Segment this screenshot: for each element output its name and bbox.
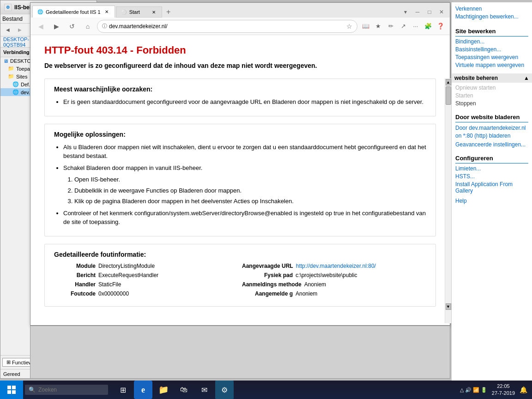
browser-tab-bar: 🌐 Gedetailleerde fout IIS 1 ✕ ⚪ Start ✕ … (30, 3, 450, 18)
tab-favicon: 🌐 (37, 9, 43, 14)
hub-btn[interactable]: ★ (373, 21, 384, 32)
section-configureren: Configureren Limieten... HSTS... Install… (452, 150, 532, 206)
task-view-btn[interactable]: ⊞ (114, 381, 132, 399)
refresh-nav-btn[interactable]: ↺ (66, 20, 79, 33)
address-bar[interactable]: ⓘ ☆ (97, 20, 357, 33)
tab-label-error: Gedetailleerde fout IIS 1 (46, 9, 101, 15)
module-value: DirectoryListingModule (98, 263, 155, 269)
taskbar-time[interactable]: 22:05 27-7-2019 (492, 383, 515, 397)
section-solutions: Mogelijke oplossingen: Als u Bladeren do… (44, 124, 436, 236)
configureren-title: Configureren (455, 155, 528, 163)
machtigingen-link[interactable]: Machtigingen bewerken... (455, 13, 528, 20)
toepassingen-link[interactable]: Toepassingen weergeven (455, 54, 528, 60)
error-subtitle: De webserver is zo geconfigureerd dat de… (44, 62, 436, 69)
iis-taskbar-btn[interactable]: ⚙ (215, 381, 234, 399)
limieten-link[interactable]: Limieten... (455, 165, 528, 172)
maximize-browser[interactable]: □ (424, 6, 435, 18)
breadcrumb-computer: DESKTOP-0QSTB94 (3, 36, 29, 48)
close-browser[interactable]: ✕ (436, 6, 447, 18)
grid-icon: ⊞ (6, 359, 11, 365)
geavanceerde-link[interactable]: Geavanceerde instellingen... (455, 141, 528, 148)
taskbar-search[interactable]: 🔍 (25, 385, 108, 395)
tray-icons: △ 🔊 📶 🔋 (460, 387, 487, 393)
address-input[interactable] (109, 23, 345, 30)
share-btn[interactable]: ↗ (398, 21, 409, 32)
tab-error[interactable]: 🌐 Gedetailleerde fout IIS 1 ✕ (32, 6, 115, 18)
new-tab-button[interactable]: + (162, 6, 175, 18)
help-ext-btn[interactable]: ❓ (435, 21, 446, 32)
ie-icon: e (141, 385, 145, 395)
menu-bestand[interactable]: Bestand (2, 16, 23, 22)
explorer-taskbar-btn[interactable]: 📁 (154, 381, 173, 399)
aangemelde-label: Aangemelde g (242, 290, 293, 297)
step-1: Open IIS-beheer. (74, 175, 426, 184)
website-beheren-header[interactable]: website beheren ▲ (452, 73, 532, 83)
starten-btn: Starten (455, 92, 528, 99)
virtuele-mappen-link[interactable]: Virtuele mappen weergeven (455, 62, 528, 68)
forward-btn[interactable]: ▶ (14, 25, 25, 35)
ie-taskbar-btn[interactable]: e (134, 381, 152, 399)
extensions-btn[interactable]: 🧩 (423, 21, 434, 32)
bladeren-title: Door website bladeren (455, 114, 528, 122)
section-detail: Gedetailleerde foutinformatie: Module Di… (44, 244, 436, 307)
windows-logo-icon (7, 385, 16, 394)
svg-rect-2 (7, 390, 11, 394)
tab-start[interactable]: ⚪ Start ✕ (116, 6, 162, 18)
foutcode-label: Foutcode (54, 290, 96, 297)
svg-rect-0 (7, 386, 11, 389)
hsts-link[interactable]: HSTS... (455, 173, 528, 180)
basisinstellingen-link[interactable]: Basisinstellingen... (455, 46, 528, 53)
more-btn[interactable]: ··· (410, 21, 421, 32)
help-link[interactable]: Help (455, 198, 528, 204)
search-icon: 🔍 (29, 387, 36, 393)
store-taskbar-btn[interactable]: 🛍 (175, 381, 193, 399)
url-value: http://dev.maartendekeizer.nl:80/ (296, 263, 376, 269)
search-input[interactable] (38, 387, 94, 393)
pad-value: c:\projects\website\public (296, 272, 357, 278)
browser-nav: ◀ ▶ ↺ ⌂ ⓘ ☆ 📖 ★ ✏ ↗ ··· 🧩 ❓ (30, 18, 450, 35)
browser-scrollbar[interactable]: ▲ ▼ (445, 79, 451, 323)
minimize-browser[interactable]: ─ (412, 6, 423, 18)
cause-item-1: Er is geen standaarddocument geconfigure… (63, 97, 426, 107)
notification-icon[interactable]: 🔔 (520, 386, 527, 393)
mail-taskbar-btn[interactable]: ✉ (195, 381, 213, 399)
website-beheren-title: website beheren (454, 75, 498, 81)
section-website-beheren: website beheren ▲ Opnieuw starten Starte… (452, 71, 532, 109)
back-nav-btn[interactable]: ◀ (34, 20, 47, 33)
back-btn[interactable]: ◀ (2, 25, 13, 35)
svg-rect-3 (12, 390, 16, 394)
section-causes: Meest waarschijnlijke oorzaken: Er is ge… (44, 79, 436, 116)
bericht-value: ExecuteRequestHandler (98, 272, 158, 278)
note-btn[interactable]: ✏ (385, 21, 396, 32)
favorites-icon[interactable]: ☆ (346, 23, 352, 30)
detail-title: Gedetailleerde foutinformatie: (54, 251, 426, 258)
tab-dropdown-btn[interactable]: ▾ (400, 6, 411, 18)
lower-area (30, 326, 450, 379)
verkennen-link[interactable]: Verkennen (455, 6, 528, 12)
solutions-title: Mogelijke oplossingen: (54, 131, 426, 138)
gallery-link[interactable]: Install Application From Gallery (455, 181, 528, 194)
start-button[interactable] (0, 381, 23, 399)
module-label: Module (54, 263, 96, 269)
section-site-bewerken: Site bewerken Bindingen... Basisinstelli… (452, 23, 532, 71)
causes-title: Meest waarschijnlijke oorzaken: (54, 85, 426, 93)
collapse-icon: ▲ (524, 75, 529, 81)
foutcode-value: 0x00000000 (98, 290, 129, 297)
solution-item-1: Als u Bladeren door mappen niet wilt ins… (63, 143, 426, 161)
bladeren-link[interactable]: Door dev.maartendekeizer.nl on *:80 (htt… (455, 124, 528, 140)
website-beheren-content: Opnieuw starten Starten Stoppen (455, 85, 528, 107)
right-panel: Verkennen Machtigingen bewerken... Site … (451, 2, 532, 381)
aanmelding-label: Aanmeldings methode (242, 281, 302, 288)
tab-close-error[interactable]: ✕ (103, 9, 110, 15)
nav-action-btns: 📖 ★ ✏ ↗ ··· 🧩 ❓ (360, 21, 446, 32)
home-nav-btn[interactable]: ⌂ (81, 20, 94, 33)
reading-view-btn[interactable]: 📖 (360, 21, 371, 32)
step-3: Klik op de pagina Bladeren door mappen i… (74, 197, 426, 206)
stoppen-btn[interactable]: Stoppen (455, 100, 528, 107)
forward-nav-btn[interactable]: ▶ (50, 20, 63, 33)
bindingen-link[interactable]: Bindingen... (455, 38, 528, 45)
tab-close-start[interactable]: ✕ (151, 9, 157, 15)
url-label: Aangevraagde URL (242, 263, 293, 269)
error-title: HTTP-fout 403.14 - Forbidden (44, 44, 436, 56)
detail-col-right: Aangevraagde URL http://dev.maartendekei… (242, 263, 426, 300)
